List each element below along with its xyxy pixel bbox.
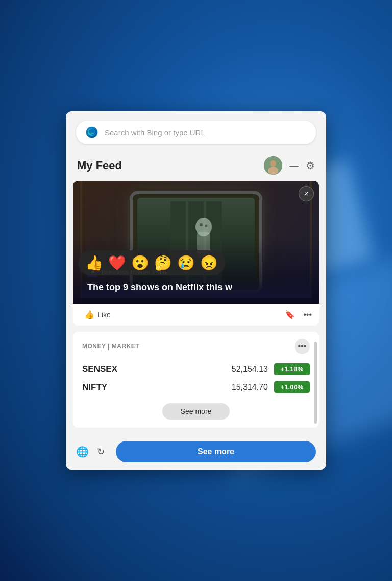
bookmark-icon[interactable]: 🔖 <box>285 310 295 319</box>
market-section-label: MONEY | MARKET <box>82 343 139 350</box>
market-card: MONEY | MARKET ••• SENSEX 52,154.13 +1.1… <box>73 332 319 428</box>
scrollbar[interactable] <box>314 342 317 424</box>
news-headline[interactable]: The top 9 shows on Netflix this w <box>80 280 312 298</box>
svg-point-4 <box>270 160 276 167</box>
reaction-sad[interactable]: 😢 <box>177 254 195 271</box>
avatar-inner <box>264 156 282 175</box>
market-value-sensex: 52,154.13 <box>133 365 268 374</box>
svg-point-12 <box>205 225 208 227</box>
market-value-nifty: 15,314.70 <box>133 383 268 392</box>
market-badge-nifty: +1.00% <box>274 381 310 393</box>
feed-title: My Feed <box>77 159 264 172</box>
reaction-angry[interactable]: 😠 <box>200 254 218 271</box>
reaction-thumbs-up[interactable]: 👍 <box>85 254 103 271</box>
more-options-icon[interactable]: ••• <box>303 310 312 319</box>
see-more-button[interactable]: See more <box>116 441 316 462</box>
news-card: BI Business Insider India The top 9 show… <box>73 181 319 326</box>
like-label: Like <box>97 311 111 319</box>
market-name-nifty: NIFTY <box>82 382 133 392</box>
like-button[interactable]: 👍 Like <box>80 308 115 321</box>
feed-header: My Feed — ⚙ <box>66 151 326 181</box>
reaction-wow[interactable]: 😮 <box>131 254 149 271</box>
like-icon: 👍 <box>84 310 94 319</box>
language-icon[interactable]: 🌐 <box>76 446 89 458</box>
svg-point-11 <box>200 223 203 226</box>
gear-icon[interactable]: ⚙ <box>306 159 315 172</box>
edge-logo-icon <box>85 126 99 139</box>
reaction-heart[interactable]: ❤️ <box>108 254 126 271</box>
market-row-nifty: NIFTY 15,314.70 +1.00% <box>82 378 310 396</box>
reaction-bar: 👍 ❤️ 😮 🤔 😢 😠 <box>78 250 225 275</box>
browser-panel: Search with Bing or type URL My Feed — ⚙ <box>66 111 326 470</box>
reaction-thinking[interactable]: 🤔 <box>154 254 172 271</box>
svg-point-3 <box>268 167 278 175</box>
market-header: MONEY | MARKET ••• <box>82 339 310 354</box>
market-badge-sensex: +1.18% <box>274 363 310 375</box>
avatar[interactable] <box>264 156 282 175</box>
minimize-icon[interactable]: — <box>289 161 299 170</box>
search-bar[interactable]: Search with Bing or type URL <box>76 121 316 144</box>
market-row-sensex: SENSEX 52,154.13 +1.18% <box>82 360 310 378</box>
see-more-market-button[interactable]: See more <box>162 403 230 420</box>
news-image: BI Business Insider India The top 9 show… <box>73 181 319 304</box>
see-more-market-wrap: See more <box>82 403 310 420</box>
feed-header-actions: — ⚙ <box>264 156 315 175</box>
refresh-icon[interactable]: ↻ <box>97 446 105 457</box>
close-button[interactable]: × <box>299 186 314 201</box>
market-name-sensex: SENSEX <box>82 364 133 375</box>
action-bar: 👍 Like 🔖 ••• <box>73 304 319 326</box>
search-bar-wrap: Search with Bing or type URL <box>66 111 326 151</box>
action-icons-right: 🔖 ••• <box>285 310 312 319</box>
market-more-button[interactable]: ••• <box>295 339 310 354</box>
bottom-bar: 🌐 ↻ See more <box>66 434 326 470</box>
search-placeholder: Search with Bing or type URL <box>105 128 205 137</box>
